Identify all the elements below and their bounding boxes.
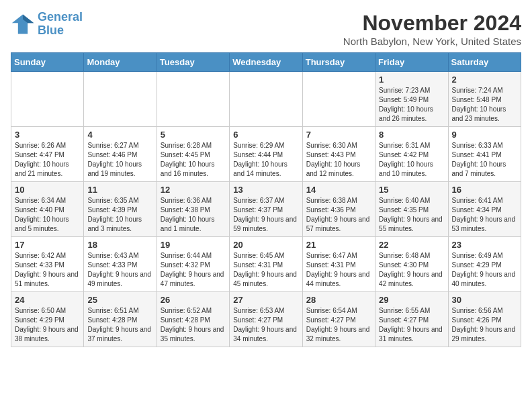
- month-title: November 2024: [343, 11, 521, 36]
- day-number: 28: [306, 295, 371, 305]
- day-info: Sunrise: 6:50 AM Sunset: 4:29 PM Dayligh…: [15, 306, 80, 344]
- calendar-cell: [84, 72, 157, 127]
- day-info: Sunrise: 6:33 AM Sunset: 4:41 PM Dayligh…: [452, 141, 517, 179]
- calendar-cell: 8Sunrise: 6:31 AM Sunset: 4:42 PM Daylig…: [375, 127, 448, 182]
- day-number: 16: [452, 185, 517, 195]
- calendar-cell: 9Sunrise: 6:33 AM Sunset: 4:41 PM Daylig…: [448, 127, 521, 182]
- day-info: Sunrise: 6:36 AM Sunset: 4:38 PM Dayligh…: [161, 196, 226, 234]
- day-info: Sunrise: 7:23 AM Sunset: 5:49 PM Dayligh…: [379, 86, 444, 124]
- day-number: 12: [161, 185, 226, 195]
- day-info: Sunrise: 6:44 AM Sunset: 4:32 PM Dayligh…: [161, 251, 226, 289]
- calendar-cell: [302, 72, 375, 127]
- day-number: 21: [306, 240, 371, 250]
- calendar-cell: 22Sunrise: 6:48 AM Sunset: 4:30 PM Dayli…: [375, 237, 448, 292]
- logo-text: General Blue: [38, 11, 83, 38]
- calendar-cell: [11, 72, 84, 127]
- day-info: Sunrise: 6:56 AM Sunset: 4:26 PM Dayligh…: [452, 306, 517, 344]
- calendar-cell: 28Sunrise: 6:54 AM Sunset: 4:27 PM Dayli…: [302, 292, 375, 347]
- day-number: 22: [379, 240, 444, 250]
- calendar-cell: 19Sunrise: 6:44 AM Sunset: 4:32 PM Dayli…: [157, 237, 229, 292]
- day-info: Sunrise: 6:47 AM Sunset: 4:31 PM Dayligh…: [306, 251, 371, 289]
- day-number: 30: [452, 295, 517, 305]
- day-info: Sunrise: 6:54 AM Sunset: 4:27 PM Dayligh…: [306, 306, 371, 344]
- day-info: Sunrise: 6:38 AM Sunset: 4:36 PM Dayligh…: [306, 196, 371, 234]
- calendar-cell: 15Sunrise: 6:40 AM Sunset: 4:35 PM Dayli…: [375, 182, 448, 237]
- weekday-header: Wednesday: [230, 53, 302, 72]
- day-info: Sunrise: 6:53 AM Sunset: 4:27 PM Dayligh…: [233, 306, 298, 344]
- calendar-cell: 5Sunrise: 6:28 AM Sunset: 4:45 PM Daylig…: [157, 127, 229, 182]
- day-info: Sunrise: 6:27 AM Sunset: 4:46 PM Dayligh…: [87, 141, 152, 179]
- day-number: 15: [379, 185, 444, 195]
- location: North Babylon, New York, United States: [343, 36, 521, 47]
- calendar-cell: 23Sunrise: 6:49 AM Sunset: 4:29 PM Dayli…: [448, 237, 521, 292]
- calendar-cell: 4Sunrise: 6:27 AM Sunset: 4:46 PM Daylig…: [84, 127, 157, 182]
- calendar-cell: 12Sunrise: 6:36 AM Sunset: 4:38 PM Dayli…: [157, 182, 229, 237]
- calendar-cell: [230, 72, 302, 127]
- day-number: 18: [87, 240, 152, 250]
- calendar-cell: 26Sunrise: 6:52 AM Sunset: 4:28 PM Dayli…: [157, 292, 229, 347]
- day-info: Sunrise: 6:45 AM Sunset: 4:31 PM Dayligh…: [233, 251, 298, 289]
- title-block: November 2024 North Babylon, New York, U…: [343, 11, 521, 47]
- calendar-cell: 24Sunrise: 6:50 AM Sunset: 4:29 PM Dayli…: [11, 292, 84, 347]
- day-info: Sunrise: 6:29 AM Sunset: 4:44 PM Dayligh…: [233, 141, 298, 179]
- day-info: Sunrise: 6:31 AM Sunset: 4:42 PM Dayligh…: [379, 141, 444, 179]
- calendar: SundayMondayTuesdayWednesdayThursdayFrid…: [11, 52, 521, 347]
- weekday-header-row: SundayMondayTuesdayWednesdayThursdayFrid…: [11, 53, 521, 72]
- day-info: Sunrise: 6:37 AM Sunset: 4:37 PM Dayligh…: [233, 196, 298, 234]
- calendar-cell: 10Sunrise: 6:34 AM Sunset: 4:40 PM Dayli…: [11, 182, 84, 237]
- calendar-week-row: 24Sunrise: 6:50 AM Sunset: 4:29 PM Dayli…: [11, 292, 521, 347]
- day-number: 13: [233, 185, 298, 195]
- day-number: 8: [379, 130, 444, 140]
- day-number: 7: [306, 130, 371, 140]
- day-info: Sunrise: 6:42 AM Sunset: 4:33 PM Dayligh…: [15, 251, 80, 289]
- calendar-cell: 17Sunrise: 6:42 AM Sunset: 4:33 PM Dayli…: [11, 237, 84, 292]
- page-header: General Blue November 2024 North Babylon…: [11, 11, 521, 47]
- weekday-header: Sunday: [11, 53, 84, 72]
- logo: General Blue: [11, 11, 83, 38]
- day-info: Sunrise: 6:35 AM Sunset: 4:39 PM Dayligh…: [87, 196, 152, 234]
- day-number: 20: [233, 240, 298, 250]
- day-info: Sunrise: 6:26 AM Sunset: 4:47 PM Dayligh…: [15, 141, 80, 179]
- day-number: 4: [87, 130, 152, 140]
- calendar-cell: 1Sunrise: 7:23 AM Sunset: 5:49 PM Daylig…: [375, 72, 448, 127]
- calendar-cell: 25Sunrise: 6:51 AM Sunset: 4:28 PM Dayli…: [84, 292, 157, 347]
- day-info: Sunrise: 6:51 AM Sunset: 4:28 PM Dayligh…: [87, 306, 152, 344]
- day-number: 11: [87, 185, 152, 195]
- day-number: 24: [15, 295, 80, 305]
- day-number: 3: [15, 130, 80, 140]
- weekday-header: Monday: [84, 53, 157, 72]
- calendar-cell: 14Sunrise: 6:38 AM Sunset: 4:36 PM Dayli…: [302, 182, 375, 237]
- calendar-cell: 6Sunrise: 6:29 AM Sunset: 4:44 PM Daylig…: [230, 127, 302, 182]
- calendar-cell: 16Sunrise: 6:41 AM Sunset: 4:34 PM Dayli…: [448, 182, 521, 237]
- calendar-cell: 7Sunrise: 6:30 AM Sunset: 4:43 PM Daylig…: [302, 127, 375, 182]
- calendar-cell: 13Sunrise: 6:37 AM Sunset: 4:37 PM Dayli…: [230, 182, 302, 237]
- calendar-cell: 27Sunrise: 6:53 AM Sunset: 4:27 PM Dayli…: [230, 292, 302, 347]
- calendar-cell: 11Sunrise: 6:35 AM Sunset: 4:39 PM Dayli…: [84, 182, 157, 237]
- day-number: 14: [306, 185, 371, 195]
- calendar-cell: 2Sunrise: 7:24 AM Sunset: 5:48 PM Daylig…: [448, 72, 521, 127]
- calendar-cell: 21Sunrise: 6:47 AM Sunset: 4:31 PM Dayli…: [302, 237, 375, 292]
- day-info: Sunrise: 6:34 AM Sunset: 4:40 PM Dayligh…: [15, 196, 80, 234]
- calendar-cell: 18Sunrise: 6:43 AM Sunset: 4:33 PM Dayli…: [84, 237, 157, 292]
- calendar-week-row: 3Sunrise: 6:26 AM Sunset: 4:47 PM Daylig…: [11, 127, 521, 182]
- day-number: 5: [161, 130, 226, 140]
- calendar-cell: 30Sunrise: 6:56 AM Sunset: 4:26 PM Dayli…: [448, 292, 521, 347]
- weekday-header: Thursday: [302, 53, 375, 72]
- day-number: 2: [452, 75, 517, 85]
- day-info: Sunrise: 6:55 AM Sunset: 4:27 PM Dayligh…: [379, 306, 444, 344]
- day-number: 25: [87, 295, 152, 305]
- calendar-week-row: 10Sunrise: 6:34 AM Sunset: 4:40 PM Dayli…: [11, 182, 521, 237]
- weekday-header: Saturday: [448, 53, 521, 72]
- day-info: Sunrise: 6:30 AM Sunset: 4:43 PM Dayligh…: [306, 141, 371, 179]
- day-number: 10: [15, 185, 80, 195]
- day-info: Sunrise: 6:52 AM Sunset: 4:28 PM Dayligh…: [161, 306, 226, 344]
- day-info: Sunrise: 6:40 AM Sunset: 4:35 PM Dayligh…: [379, 196, 444, 234]
- day-number: 19: [161, 240, 226, 250]
- day-info: Sunrise: 6:43 AM Sunset: 4:33 PM Dayligh…: [87, 251, 152, 289]
- calendar-cell: [157, 72, 229, 127]
- day-info: Sunrise: 6:41 AM Sunset: 4:34 PM Dayligh…: [452, 196, 517, 234]
- logo-icon: [11, 12, 35, 36]
- day-info: Sunrise: 6:28 AM Sunset: 4:45 PM Dayligh…: [161, 141, 226, 179]
- day-number: 9: [452, 130, 517, 140]
- day-number: 27: [233, 295, 298, 305]
